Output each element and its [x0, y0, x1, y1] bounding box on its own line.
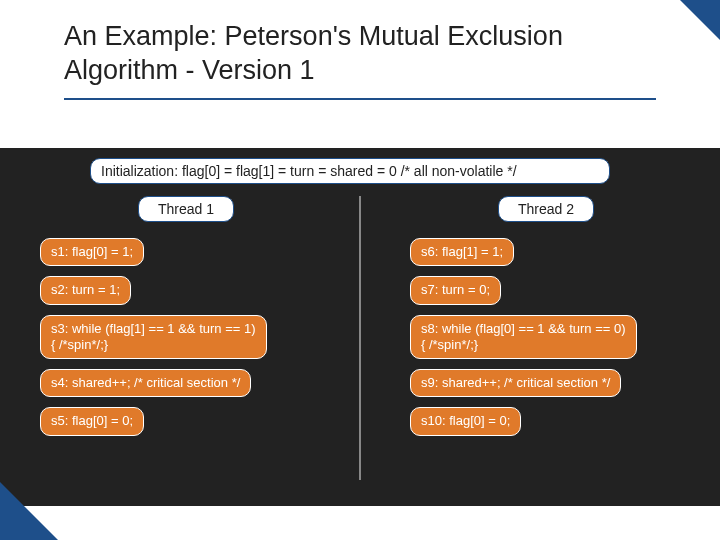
stmt-s10: s10: flag[0] = 0; [410, 407, 521, 435]
corner-decoration-bl [0, 482, 58, 540]
stmt-s9: s9: shared++; /* critical section */ [410, 369, 621, 397]
thread1-column: s1: flag[0] = 1; s2: turn = 1; s3: while… [40, 238, 350, 436]
stmt-s1: s1: flag[0] = 1; [40, 238, 144, 266]
stmt-s2: s2: turn = 1; [40, 276, 131, 304]
thread2-column: s6: flag[1] = 1; s7: turn = 0; s8: while… [410, 238, 720, 436]
initialization-box: Initialization: flag[0] = flag[1] = turn… [90, 158, 610, 184]
title-container: An Example: Peterson's Mutual Exclusion … [0, 0, 720, 96]
corner-decoration-tr [680, 0, 720, 40]
stmt-s8: s8: while (flag[0] == 1 && turn == 0) { … [410, 315, 637, 360]
stmt-s7: s7: turn = 0; [410, 276, 501, 304]
stmt-s3: s3: while (flag[1] == 1 && turn == 1) { … [40, 315, 267, 360]
stmt-s5: s5: flag[0] = 0; [40, 407, 144, 435]
slide-title: An Example: Peterson's Mutual Exclusion … [64, 20, 656, 88]
thread-divider [359, 196, 361, 480]
title-underline [64, 98, 656, 100]
thread2-label: Thread 2 [498, 196, 594, 222]
thread1-label: Thread 1 [138, 196, 234, 222]
stmt-s6: s6: flag[1] = 1; [410, 238, 514, 266]
stmt-s4: s4: shared++; /* critical section */ [40, 369, 251, 397]
